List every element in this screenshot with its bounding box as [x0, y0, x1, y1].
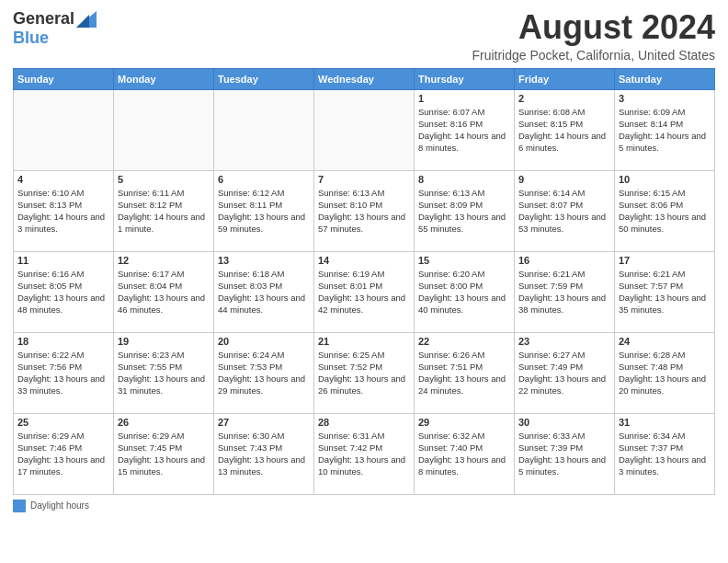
logo-icon: [76, 11, 97, 28]
calendar-cell: 10Sunrise: 6:15 AM Sunset: 8:06 PM Dayli…: [615, 170, 715, 251]
day-info: Sunrise: 6:29 AM Sunset: 7:46 PM Dayligh…: [17, 430, 109, 478]
calendar-cell: 29Sunrise: 6:32 AM Sunset: 7:40 PM Dayli…: [415, 413, 515, 494]
calendar-cell: [314, 89, 415, 170]
day-number: 4: [17, 174, 109, 185]
calendar-cell: 8Sunrise: 6:13 AM Sunset: 8:09 PM Daylig…: [415, 170, 515, 251]
day-info: Sunrise: 6:13 AM Sunset: 8:09 PM Dayligh…: [418, 187, 510, 236]
calendar-cell: 9Sunrise: 6:14 AM Sunset: 8:07 PM Daylig…: [515, 170, 615, 251]
calendar-cell: 17Sunrise: 6:21 AM Sunset: 7:57 PM Dayli…: [615, 251, 715, 332]
calendar-cell: 2Sunrise: 6:08 AM Sunset: 8:15 PM Daylig…: [515, 89, 615, 170]
day-number: 30: [518, 417, 610, 428]
day-number: 2: [518, 93, 610, 104]
day-number: 17: [619, 255, 711, 266]
page: General Blue August 2024 Fruitridge Pock…: [0, 0, 728, 520]
title-area: August 2024 Fruitridge Pocket, Californi…: [472, 9, 715, 63]
calendar-cell: 16Sunrise: 6:21 AM Sunset: 7:59 PM Dayli…: [515, 251, 615, 332]
location-title: Fruitridge Pocket, California, United St…: [472, 48, 715, 63]
day-info: Sunrise: 6:23 AM Sunset: 7:55 PM Dayligh…: [118, 349, 210, 397]
day-number: 9: [518, 174, 610, 185]
day-info: Sunrise: 6:25 AM Sunset: 7:52 PM Dayligh…: [318, 349, 410, 397]
calendar-cell: 20Sunrise: 6:24 AM Sunset: 7:53 PM Dayli…: [214, 332, 314, 413]
calendar-week-2: 4Sunrise: 6:10 AM Sunset: 8:13 PM Daylig…: [14, 170, 715, 251]
calendar-cell: 14Sunrise: 6:19 AM Sunset: 8:01 PM Dayli…: [314, 251, 415, 332]
day-number: 27: [218, 417, 310, 428]
day-number: 24: [619, 336, 711, 347]
calendar-cell: [114, 89, 214, 170]
day-info: Sunrise: 6:21 AM Sunset: 7:59 PM Dayligh…: [518, 268, 610, 316]
logo: General Blue: [13, 9, 97, 48]
logo-general-text: General: [13, 9, 74, 29]
calendar-cell: 27Sunrise: 6:30 AM Sunset: 7:43 PM Dayli…: [214, 413, 314, 494]
calendar-cell: 28Sunrise: 6:31 AM Sunset: 7:42 PM Dayli…: [314, 413, 415, 494]
calendar-cell: 12Sunrise: 6:17 AM Sunset: 8:04 PM Dayli…: [114, 251, 214, 332]
day-info: Sunrise: 6:21 AM Sunset: 7:57 PM Dayligh…: [619, 268, 711, 316]
day-info: Sunrise: 6:29 AM Sunset: 7:45 PM Dayligh…: [118, 430, 210, 478]
day-number: 13: [218, 255, 310, 266]
col-monday: Monday: [114, 68, 214, 89]
day-info: Sunrise: 6:31 AM Sunset: 7:42 PM Dayligh…: [318, 430, 410, 478]
calendar-cell: [214, 89, 314, 170]
day-number: 1: [418, 93, 510, 104]
day-number: 12: [118, 255, 210, 266]
day-number: 14: [318, 255, 410, 266]
day-info: Sunrise: 6:33 AM Sunset: 7:39 PM Dayligh…: [518, 430, 610, 478]
legend-box: [13, 500, 26, 512]
day-number: 8: [418, 174, 510, 185]
day-number: 23: [518, 336, 610, 347]
col-saturday: Saturday: [615, 68, 715, 89]
day-info: Sunrise: 6:07 AM Sunset: 8:16 PM Dayligh…: [418, 106, 510, 155]
day-info: Sunrise: 6:08 AM Sunset: 8:15 PM Dayligh…: [518, 106, 610, 155]
day-info: Sunrise: 6:22 AM Sunset: 7:56 PM Dayligh…: [17, 349, 109, 397]
day-number: 22: [418, 336, 510, 347]
col-friday: Friday: [515, 68, 615, 89]
col-thursday: Thursday: [415, 68, 515, 89]
day-info: Sunrise: 6:13 AM Sunset: 8:10 PM Dayligh…: [318, 187, 410, 236]
day-number: 21: [318, 336, 410, 347]
calendar-cell: 3Sunrise: 6:09 AM Sunset: 8:14 PM Daylig…: [615, 89, 715, 170]
calendar-cell: 24Sunrise: 6:28 AM Sunset: 7:48 PM Dayli…: [615, 332, 715, 413]
calendar-cell: 21Sunrise: 6:25 AM Sunset: 7:52 PM Dayli…: [314, 332, 415, 413]
day-info: Sunrise: 6:15 AM Sunset: 8:06 PM Dayligh…: [619, 187, 711, 236]
col-wednesday: Wednesday: [314, 68, 415, 89]
day-number: 25: [17, 417, 109, 428]
day-number: 7: [318, 174, 410, 185]
day-info: Sunrise: 6:27 AM Sunset: 7:49 PM Dayligh…: [518, 349, 610, 397]
calendar-cell: 4Sunrise: 6:10 AM Sunset: 8:13 PM Daylig…: [14, 170, 114, 251]
legend-label: Daylight hours: [30, 500, 89, 511]
header-row: Sunday Monday Tuesday Wednesday Thursday…: [14, 68, 715, 89]
col-sunday: Sunday: [14, 68, 114, 89]
calendar-cell: 1Sunrise: 6:07 AM Sunset: 8:16 PM Daylig…: [415, 89, 515, 170]
calendar-cell: 19Sunrise: 6:23 AM Sunset: 7:55 PM Dayli…: [114, 332, 214, 413]
svg-marker-1: [76, 15, 89, 28]
logo-blue-text: Blue: [13, 29, 49, 48]
calendar-cell: 31Sunrise: 6:34 AM Sunset: 7:37 PM Dayli…: [615, 413, 715, 494]
header: General Blue August 2024 Fruitridge Pock…: [13, 9, 715, 63]
calendar-cell: 11Sunrise: 6:16 AM Sunset: 8:05 PM Dayli…: [14, 251, 114, 332]
day-info: Sunrise: 6:14 AM Sunset: 8:07 PM Dayligh…: [518, 187, 610, 236]
calendar-cell: 22Sunrise: 6:26 AM Sunset: 7:51 PM Dayli…: [415, 332, 515, 413]
day-number: 26: [118, 417, 210, 428]
calendar-week-1: 1Sunrise: 6:07 AM Sunset: 8:16 PM Daylig…: [14, 89, 715, 170]
day-number: 6: [218, 174, 310, 185]
day-number: 5: [118, 174, 210, 185]
calendar-week-3: 11Sunrise: 6:16 AM Sunset: 8:05 PM Dayli…: [14, 251, 715, 332]
calendar-cell: 23Sunrise: 6:27 AM Sunset: 7:49 PM Dayli…: [515, 332, 615, 413]
calendar-cell: 5Sunrise: 6:11 AM Sunset: 8:12 PM Daylig…: [114, 170, 214, 251]
calendar-cell: 7Sunrise: 6:13 AM Sunset: 8:10 PM Daylig…: [314, 170, 415, 251]
day-number: 29: [418, 417, 510, 428]
day-info: Sunrise: 6:32 AM Sunset: 7:40 PM Dayligh…: [418, 430, 510, 478]
day-info: Sunrise: 6:10 AM Sunset: 8:13 PM Dayligh…: [17, 187, 109, 236]
day-number: 28: [318, 417, 410, 428]
day-number: 31: [619, 417, 711, 428]
day-number: 20: [218, 336, 310, 347]
calendar-cell: [14, 89, 114, 170]
day-info: Sunrise: 6:26 AM Sunset: 7:51 PM Dayligh…: [418, 349, 510, 397]
calendar-cell: 25Sunrise: 6:29 AM Sunset: 7:46 PM Dayli…: [14, 413, 114, 494]
calendar-week-4: 18Sunrise: 6:22 AM Sunset: 7:56 PM Dayli…: [14, 332, 715, 413]
day-info: Sunrise: 6:24 AM Sunset: 7:53 PM Dayligh…: [218, 349, 310, 397]
day-info: Sunrise: 6:16 AM Sunset: 8:05 PM Dayligh…: [17, 268, 109, 316]
day-info: Sunrise: 6:09 AM Sunset: 8:14 PM Dayligh…: [619, 106, 711, 155]
day-number: 18: [17, 336, 109, 347]
day-number: 10: [619, 174, 711, 185]
day-info: Sunrise: 6:34 AM Sunset: 7:37 PM Dayligh…: [619, 430, 711, 478]
